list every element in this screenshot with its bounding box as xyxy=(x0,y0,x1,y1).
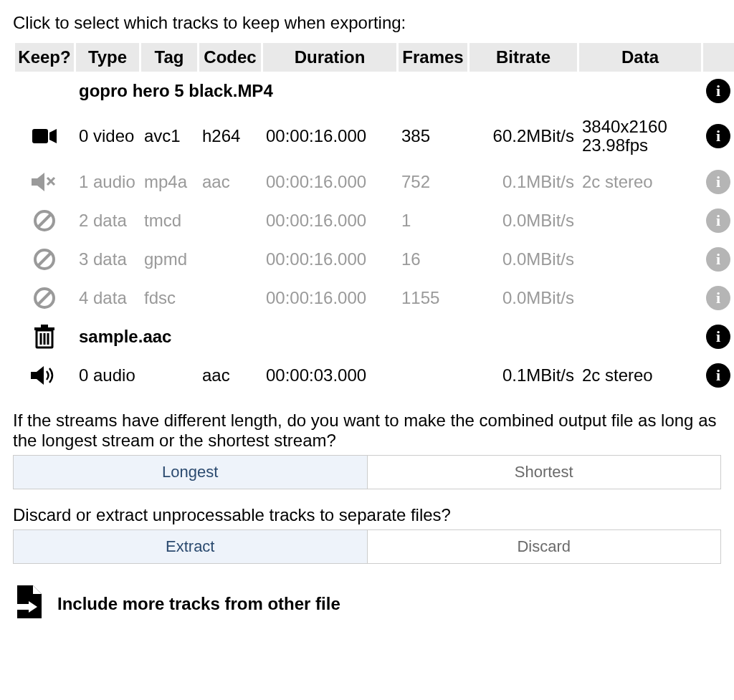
speaker-icon[interactable] xyxy=(15,356,74,395)
file-import-icon xyxy=(13,585,42,623)
track-frames: 1155 xyxy=(399,279,467,317)
length-option-shortest[interactable]: Shortest xyxy=(367,456,721,489)
length-option-longest[interactable]: Longest xyxy=(14,456,367,489)
tracks-table: Keep? Type Tag Codec Duration Frames Bit… xyxy=(13,43,734,395)
track-row: 0 audioaac00:00:03.0000.1MBit/s2c stereo… xyxy=(15,356,734,395)
include-more-label: Include more tracks from other file xyxy=(57,594,340,614)
track-type: 4 data xyxy=(76,279,139,317)
ban-icon[interactable] xyxy=(15,240,74,279)
info-icon[interactable]: i xyxy=(706,79,730,103)
track-row: 1 audiomp4aaac00:00:16.0007520.1MBit/s2c… xyxy=(15,163,734,201)
track-bitrate: 0.0MBit/s xyxy=(470,240,577,279)
unproc-option-extract[interactable]: Extract xyxy=(14,530,367,563)
svg-rect-12 xyxy=(34,327,54,330)
header-row: Keep? Type Tag Codec Duration Frames Bit… xyxy=(15,43,734,72)
info-icon[interactable]: i xyxy=(706,325,730,349)
unproc-option-discard[interactable]: Discard xyxy=(367,530,721,563)
file-icon-cell xyxy=(15,72,74,110)
track-data: 2c stereo xyxy=(579,356,701,395)
svg-line-5 xyxy=(38,253,51,266)
track-frames: 1 xyxy=(399,201,467,240)
track-bitrate: 0.0MBit/s xyxy=(470,279,577,317)
file-name: gopro hero 5 black.MP4 xyxy=(76,72,701,110)
track-codec xyxy=(199,279,261,317)
track-duration: 00:00:03.000 xyxy=(263,356,396,395)
info-icon[interactable]: i xyxy=(706,208,730,233)
video-icon[interactable] xyxy=(15,110,74,163)
track-type: 0 video xyxy=(76,110,139,163)
header-tag: Tag xyxy=(141,43,197,72)
trash-icon[interactable] xyxy=(15,317,74,356)
track-codec: aac xyxy=(199,356,261,395)
file-name: sample.aac xyxy=(76,317,701,356)
track-duration: 00:00:16.000 xyxy=(263,110,396,163)
track-row: 0 videoavc1h26400:00:16.00038560.2MBit/s… xyxy=(15,110,734,163)
info-icon[interactable]: i xyxy=(706,170,730,194)
track-bitrate: 0.0MBit/s xyxy=(470,201,577,240)
svg-line-7 xyxy=(38,292,51,305)
track-codec xyxy=(199,240,261,279)
track-bitrate: 60.2MBit/s xyxy=(470,110,577,163)
track-frames: 16 xyxy=(399,240,467,279)
track-tag: avc1 xyxy=(141,110,197,163)
muted-icon[interactable] xyxy=(15,163,74,201)
file-row: sample.aaci xyxy=(15,317,734,356)
svg-marker-1 xyxy=(49,129,57,143)
ban-icon[interactable] xyxy=(15,201,74,240)
file-row: gopro hero 5 black.MP4i xyxy=(15,72,734,110)
track-data xyxy=(579,240,701,279)
track-duration: 00:00:16.000 xyxy=(263,240,396,279)
track-frames xyxy=(399,356,467,395)
track-data: 2c stereo xyxy=(579,163,701,201)
track-codec: aac xyxy=(199,163,261,201)
svg-line-3 xyxy=(38,214,51,227)
header-keep: Keep? xyxy=(15,43,74,72)
instruction-text: Click to select which tracks to keep whe… xyxy=(13,13,721,33)
length-question: If the streams have different length, do… xyxy=(13,411,721,451)
svg-rect-13 xyxy=(41,325,48,327)
track-data xyxy=(579,279,701,317)
track-tag: mp4a xyxy=(141,163,197,201)
track-row: 3 datagpmd00:00:16.000160.0MBit/si xyxy=(15,240,734,279)
header-data: Data xyxy=(579,43,701,72)
track-row: 4 datafdsc00:00:16.00011550.0MBit/si xyxy=(15,279,734,317)
track-data xyxy=(579,201,701,240)
track-tag: tmcd xyxy=(141,201,197,240)
info-icon[interactable]: i xyxy=(706,247,730,272)
svg-rect-0 xyxy=(32,129,48,143)
track-bitrate: 0.1MBit/s xyxy=(470,356,577,395)
header-duration: Duration xyxy=(263,43,396,72)
header-frames: Frames xyxy=(399,43,467,72)
info-icon[interactable]: i xyxy=(706,286,730,310)
unproc-question: Discard or extract unprocessable tracks … xyxy=(13,505,721,525)
track-row: 2 datatmcd00:00:16.00010.0MBit/si xyxy=(15,201,734,240)
track-duration: 00:00:16.000 xyxy=(263,201,396,240)
ban-icon[interactable] xyxy=(15,279,74,317)
track-tag: gpmd xyxy=(141,240,197,279)
track-duration: 00:00:16.000 xyxy=(263,279,396,317)
track-frames: 752 xyxy=(399,163,467,201)
info-icon[interactable]: i xyxy=(706,124,730,148)
track-tag xyxy=(141,356,197,395)
svg-rect-14 xyxy=(13,604,29,610)
length-toggle: Longest Shortest xyxy=(13,455,721,489)
header-info xyxy=(703,43,734,72)
track-type: 1 audio xyxy=(76,163,139,201)
track-codec: h264 xyxy=(199,110,261,163)
include-more-button[interactable]: Include more tracks from other file xyxy=(13,585,721,623)
track-type: 2 data xyxy=(76,201,139,240)
track-type: 3 data xyxy=(76,240,139,279)
track-data: 3840x216023.98fps xyxy=(579,110,701,163)
header-bitrate: Bitrate xyxy=(470,43,577,72)
info-icon[interactable]: i xyxy=(706,363,730,388)
track-duration: 00:00:16.000 xyxy=(263,163,396,201)
header-type: Type xyxy=(76,43,139,72)
track-tag: fdsc xyxy=(141,279,197,317)
track-codec xyxy=(199,201,261,240)
track-bitrate: 0.1MBit/s xyxy=(470,163,577,201)
track-frames: 385 xyxy=(399,110,467,163)
header-codec: Codec xyxy=(199,43,261,72)
track-type: 0 audio xyxy=(76,356,139,395)
unproc-toggle: Extract Discard xyxy=(13,529,721,564)
